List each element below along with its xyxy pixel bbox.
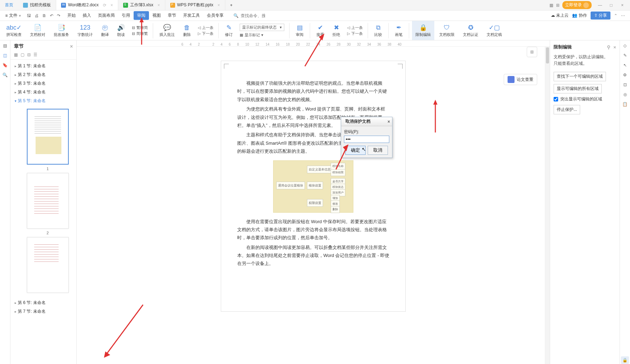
- plagiarism-check-button[interactable]: 论文查重: [504, 74, 537, 85]
- tab-templates[interactable]: 找稻壳模板: [18, 0, 56, 10]
- print-icon[interactable]: 🖨: [35, 13, 39, 18]
- close-nav-icon[interactable]: ×: [70, 44, 73, 49]
- read-aloud-button[interactable]: 🔊朗读: [114, 21, 128, 40]
- menu-section[interactable]: 章节: [164, 11, 180, 20]
- nav-tab-4[interactable]: ☰: [33, 52, 37, 57]
- page-thumbnail[interactable]: [27, 109, 69, 165]
- close-icon[interactable]: ×: [218, 3, 220, 8]
- next-change-button[interactable]: ▷ 下一条: [347, 31, 363, 36]
- accept-button[interactable]: ✔接受: [313, 21, 328, 40]
- new-tab-button[interactable]: +: [225, 0, 238, 10]
- cloud-status[interactable]: ☁ 未上云: [551, 13, 569, 18]
- ok-button[interactable]: 确定: [345, 146, 366, 155]
- command-search[interactable]: 🔍: [233, 13, 265, 18]
- lock-icon[interactable]: 🔒: [621, 356, 629, 364]
- nav-tab-3[interactable]: ⊟: [27, 52, 31, 57]
- checkbox-input[interactable]: [554, 97, 558, 101]
- ink-button[interactable]: ✒画笔: [391, 21, 406, 40]
- save-icon[interactable]: 🖫: [27, 13, 31, 18]
- new-comment-button[interactable]: 💬插入批注: [156, 21, 178, 40]
- cancel-button[interactable]: 取消: [368, 146, 388, 155]
- restrict-editing-button[interactable]: 🔒限制编辑: [412, 21, 434, 40]
- document-viewport[interactable]: 642246810121416182022242628303234363840 …: [77, 40, 550, 364]
- compare-button[interactable]: ⧉比较: [371, 21, 385, 40]
- close-icon[interactable]: ⟳: [103, 3, 106, 8]
- nav-tab-1[interactable]: ▦: [14, 52, 18, 57]
- collapse-ribbon-icon[interactable]: ⌃: [614, 13, 617, 18]
- home-tab[interactable]: 首页: [0, 2, 18, 8]
- close-pane-icon[interactable]: ×: [613, 45, 616, 50]
- display-state-dropdown[interactable]: 显示标记的最终状态▾: [240, 24, 284, 31]
- section-item[interactable]: 第 3 节: 未命名: [12, 79, 75, 88]
- menu-home[interactable]: 开始: [64, 11, 79, 20]
- page-thumbnail[interactable]: [27, 237, 69, 293]
- spellcheck-button[interactable]: abc✓拼写检查: [3, 21, 25, 40]
- minimize-button[interactable]: —: [594, 3, 606, 8]
- track-changes-button[interactable]: ✎修订: [222, 21, 236, 40]
- page-thumbnail[interactable]: [27, 173, 69, 229]
- show-all-regions-button[interactable]: 显示可编辑的所有区域: [554, 84, 602, 93]
- menu-member[interactable]: 会员专享: [203, 11, 227, 20]
- section-item[interactable]: 第 1 节: 未命名: [12, 62, 75, 70]
- to-simplified-button[interactable]: ⊟ 繁转简: [132, 25, 148, 30]
- proofread-button[interactable]: 📄文档校对: [27, 21, 49, 40]
- reject-button[interactable]: ✖拒绝: [329, 21, 344, 40]
- pencil-icon[interactable]: ✎: [623, 53, 627, 58]
- sections-icon[interactable]: ◫: [3, 53, 7, 58]
- preview-icon[interactable]: 🗎: [42, 13, 46, 18]
- close-button[interactable]: ×: [617, 3, 628, 8]
- image-icon[interactable]: ⊡: [623, 82, 627, 87]
- section-item[interactable]: 第 6 节: 未命名: [12, 298, 75, 307]
- section-item[interactable]: 第 4 节: 未命名: [12, 88, 75, 97]
- collaborate-button[interactable]: 👥 协作: [572, 13, 587, 18]
- translate-button[interactable]: ㊥翻译: [98, 21, 112, 40]
- password-input[interactable]: [344, 136, 389, 143]
- doc-permission-button[interactable]: 🛡文档权限: [436, 21, 458, 40]
- section-item[interactable]: 第 7 节: 未命名: [12, 307, 75, 316]
- correction-button[interactable]: 📑批改服务: [50, 21, 73, 40]
- select-icon[interactable]: ↖: [623, 63, 627, 68]
- doc-auth-button[interactable]: ✪文档认证: [459, 21, 482, 40]
- next-comment-button[interactable]: ▷ 下一条: [198, 31, 213, 36]
- finalize-doc-button[interactable]: ✓▢文档定稿: [483, 21, 505, 40]
- menu-layout[interactable]: 页面布局: [95, 11, 118, 20]
- prev-change-button[interactable]: ◁ 上一条: [347, 25, 363, 30]
- target-icon[interactable]: ◎: [623, 92, 627, 97]
- dialog-close-icon[interactable]: ×: [388, 119, 390, 124]
- find-icon[interactable]: 🔍: [2, 73, 8, 77]
- page-setup-icon[interactable]: ⊞: [527, 47, 537, 57]
- find-next-region-button[interactable]: 查找下一个可编辑的区域: [554, 72, 606, 81]
- section-item-open[interactable]: 第 5 节: 未命名: [12, 97, 75, 105]
- review-pane-button[interactable]: ▤审阅: [292, 21, 307, 40]
- redo-icon[interactable]: ↷: [57, 13, 60, 18]
- section-item[interactable]: 第 2 节: 未命名: [12, 70, 75, 79]
- delete-comment-button[interactable]: 🗑删除: [180, 21, 194, 40]
- tab-ppt[interactable]: WPS PPT教程.pptx×: [165, 0, 225, 10]
- menu-references[interactable]: 引用: [118, 11, 134, 20]
- stop-protection-button[interactable]: 停止保护...: [554, 105, 580, 114]
- highlight-regions-checkbox[interactable]: 突出显示可编辑的区域: [554, 96, 616, 102]
- bookmark-icon[interactable]: 🔖: [2, 63, 8, 68]
- menu-review[interactable]: 审阅: [134, 11, 149, 20]
- settings-icon[interactable]: ⚙: [623, 73, 627, 77]
- search-input[interactable]: [241, 13, 265, 18]
- menu-insert[interactable]: 插入: [79, 11, 95, 20]
- layout-icon[interactable]: ▦: [549, 3, 553, 8]
- tab-sheet[interactable]: 工作簿3.xlsx×: [118, 0, 165, 10]
- apps-icon[interactable]: ⊞: [556, 3, 560, 8]
- login-button[interactable]: 立即登录: [562, 1, 592, 9]
- maximize-button[interactable]: □: [606, 3, 617, 8]
- close-icon[interactable]: ×: [158, 3, 160, 8]
- prev-comment-button[interactable]: ◁ 上一条: [198, 25, 213, 30]
- share-button[interactable]: ⇧ 分享: [591, 12, 610, 20]
- document-page[interactable]: 视频提供了功能强大的方法帮助您证明您的观点。当您单击联机视频时，可以在想要添加的…: [221, 61, 406, 312]
- to-traditional-button[interactable]: ⊟ 简转繁: [132, 31, 148, 36]
- more-icon[interactable]: ⋯: [621, 13, 625, 18]
- file-menu[interactable]: ≡ 文件 ▾: [3, 12, 23, 20]
- diamond-icon[interactable]: ◇: [623, 43, 627, 48]
- wordcount-button[interactable]: 123字数统计: [74, 21, 96, 40]
- undo-icon[interactable]: ↶: [50, 13, 53, 18]
- menu-view[interactable]: 视图: [149, 11, 164, 20]
- clipboard-icon[interactable]: 📋: [622, 102, 628, 107]
- close-icon[interactable]: ×: [111, 3, 113, 8]
